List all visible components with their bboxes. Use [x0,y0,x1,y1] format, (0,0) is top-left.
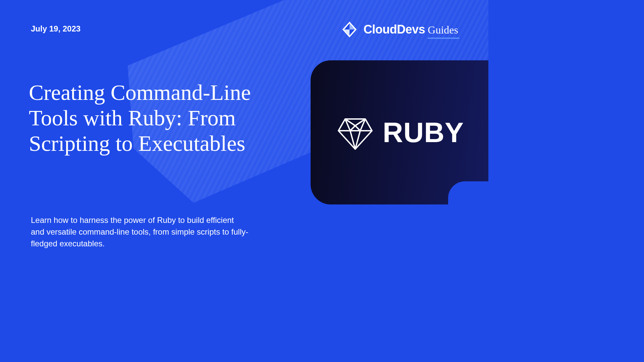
publish-date: July 19, 2023 [31,24,80,34]
tech-card-label: RUBY [383,116,464,149]
article-subtitle: Learn how to harness the power of Ruby t… [31,215,249,249]
brand-sub-label: Guides [428,24,458,36]
tech-card: RUBY [311,60,488,204]
brand-block: CloudDevs Guides [340,20,458,39]
brand-text: CloudDevs Guides [364,22,458,37]
article-title: Creating Command-Line Tools with Ruby: F… [29,80,277,156]
ruby-gem-icon [335,112,375,153]
brand-main-label: CloudDevs [364,22,425,37]
clouddevs-logo-icon [340,20,359,39]
